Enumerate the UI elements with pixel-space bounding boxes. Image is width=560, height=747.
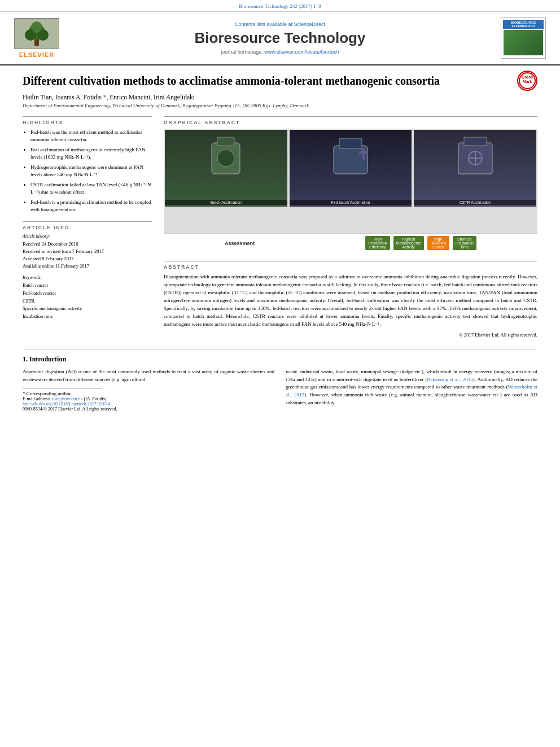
article-accepted: Accepted 8 February 2017 [23, 255, 152, 263]
intro-text-left: Anaerobic digestion (AD) is one of the m… [23, 368, 274, 384]
svg-rect-1 [34, 39, 39, 46]
badge-high-tan: HighTAN/FANLevels [427, 236, 449, 250]
sciencedirect-link-text[interactable]: ScienceDirect [294, 21, 326, 27]
elsevier-tree-image [14, 18, 59, 49]
highlights-graphical-row: HIGHLIGHTS Fed-batch was the most effici… [23, 116, 537, 338]
svg-text:Cross: Cross [522, 75, 533, 79]
keywords-section: Keywords: Batch reactor Fed-batch reacto… [23, 275, 152, 320]
ga-photo-cstr: CSTR Acclimation [414, 130, 536, 207]
graphical-abstract-section: GRAPHICAL ABSTRACT [164, 116, 537, 253]
doi-link[interactable]: http://dx.doi.org/10.1016/j.biortech.201… [23, 401, 274, 407]
highlight-item-3: Hydrogenotrophic methanogens were domina… [30, 164, 152, 178]
elsevier-logo: ELSEVIER [11, 18, 62, 58]
graphical-abstract-title: GRAPHICAL ABSTRACT [164, 116, 537, 125]
introduction-columns: Anaerobic digestion (AD) is one of the m… [23, 368, 537, 412]
ga-photo-batch: Batch Acclimation [165, 130, 287, 207]
page: Bioresource Technology 232 (2017) 1–9 EL… [0, 0, 560, 747]
article-info-title: ARTICLE INFO [23, 221, 152, 230]
author-1: Hailin Tian, [23, 94, 55, 101]
highlight-item-4: CSTR acclimation failed at low TAN level… [30, 181, 152, 196]
bioresource-box: BIORESOURCETECHNOLOGY [501, 18, 546, 59]
badge-highest-methanogenic: HighestMethanogenicActivity [393, 236, 424, 250]
author-2: Ioannis A. Fotidis *, [55, 94, 110, 101]
ga-photos-row: Batch Acclimation [164, 129, 537, 208]
svg-rect-15 [362, 148, 365, 160]
bioresource-blue-bar: BIORESOURCETECHNOLOGY [503, 20, 544, 29]
journal-homepage-url[interactable]: www.elsevier.com/locate/biortech [264, 49, 339, 55]
highlight-item-5: Fed-batch is a promising acclimation met… [30, 199, 152, 213]
email-label: E-mail address: [23, 396, 52, 401]
journal-center: Contents lists available at ScienceDirec… [62, 21, 498, 55]
assessment-box: Assessment HighProductionEfficiency High… [164, 233, 537, 253]
journal-right-logo: BIORESOURCETECHNOLOGY [498, 18, 549, 59]
article-info-section: ARTICLE INFO Article history: Received 2… [23, 221, 152, 320]
journal-header: ELSEVIER Contents lists available at Sci… [0, 12, 560, 65]
crossmark-badge: Cross Mark [517, 71, 537, 91]
assessment-item-2: HighestMethanogenicActivity [393, 236, 424, 251]
title-block: Different cultivation methods to acclima… [23, 73, 511, 94]
copyright-notice: © 2017 Elsevier Ltd. All rights reserved… [164, 332, 537, 338]
article-history-label: Article history: [23, 234, 152, 239]
svg-point-11 [217, 150, 234, 167]
article-title: Different cultivation methods to acclima… [23, 73, 511, 88]
introduction-heading: 1. Introduction [23, 355, 537, 364]
footnote-divider [23, 388, 102, 388]
title-row: Different cultivation methods to acclima… [23, 73, 537, 94]
article-received: Received 24 December 2016 [23, 241, 152, 248]
citation-westerholm[interactable]: Westerholm et al., 2012 [286, 384, 537, 397]
abstract-section: ABSTRACT Bioaugmentation with ammonia to… [164, 261, 537, 338]
journal-top-bar: Bioresource Technology 232 (2017) 1–9 [0, 0, 560, 12]
ga-photo-fedbatch: Fed-batch Acclimation [290, 130, 412, 207]
keywords-label: Keywords: [23, 275, 152, 280]
assessment-item-3: HighTAN/FANLevels [427, 236, 449, 251]
section-divider [23, 349, 537, 350]
footnote-block: * Corresponding author. E-mail address: … [23, 391, 274, 401]
journal-top-bar-text: Bioresource Technology 232 (2017) 1–9 [239, 3, 321, 9]
svg-text:Mark: Mark [523, 80, 532, 84]
intro-col-right: waste, industrial waste, food waste, mun… [286, 368, 537, 412]
highlight-item-2: Fast acclimation of methanogens at extre… [30, 146, 152, 161]
highlights-section: HIGHLIGHTS Fed-batch was the most effici… [23, 116, 152, 213]
keyword-5: Incubation time [23, 313, 152, 321]
assessment-title: Assessment [225, 241, 255, 246]
author-3: Enrico Mancini, Irini Angelidaki [110, 94, 195, 101]
assessment-items: HighProductionEfficiency HighestMethanog… [365, 236, 476, 251]
citation-bekkering[interactable]: Bekkering et al., 2015 [427, 377, 473, 382]
graphical-abstract-image: Batch Acclimation [164, 129, 537, 253]
issn-text: 0960-8524/© 2017 Elsevier Ltd. All right… [23, 407, 274, 412]
keyword-3: CSTR [23, 298, 152, 305]
elsevier-name: ELSEVIER [19, 51, 54, 58]
svg-rect-17 [464, 137, 487, 146]
assessment-item-4: ShortestIncubationTime [453, 236, 476, 251]
article-content: Different cultivation methods to acclima… [0, 65, 560, 343]
journal-title: Bioresource Technology [62, 29, 498, 47]
keyword-1: Batch reactor [23, 282, 152, 290]
corresponding-email[interactable]: ioan@env.dtu.dk [52, 396, 82, 401]
abstract-title: ABSTRACT [164, 261, 537, 270]
journal-cover-image [504, 30, 543, 55]
introduction-section: 1. Introduction Anaerobic digestion (AD)… [0, 355, 560, 412]
keyword-4: Specific methanogenic activity [23, 305, 152, 313]
highlight-item-1: Fed-batch was the most efficient method … [30, 129, 152, 143]
journal-homepage: journal homepage: www.elsevier.com/locat… [62, 49, 498, 55]
left-column: HIGHLIGHTS Fed-batch was the most effici… [23, 116, 152, 338]
svg-point-5 [31, 21, 42, 33]
article-revised: Received in revised form 7 February 2017 [23, 248, 152, 255]
sciencedirect-line: Contents lists available at ScienceDirec… [62, 21, 498, 27]
highlights-title: HIGHLIGHTS [23, 116, 152, 125]
ga-label-fedbatch: Fed-batch Acclimation [290, 200, 412, 205]
ga-label-batch: Batch Acclimation [165, 200, 287, 205]
svg-rect-10 [217, 137, 234, 146]
email-owner: (IA. Fotidis). [84, 396, 107, 401]
intro-text-right: waste, industrial waste, food waste, mun… [286, 368, 537, 408]
ga-label-cstr: CSTR Acclimation [414, 200, 536, 205]
keyword-2: Fed-batch reactor [23, 290, 152, 298]
authors-line: Hailin Tian, Ioannis A. Fotidis *, Enric… [23, 94, 537, 101]
highlights-list: Fed-batch was the most efficient method … [23, 129, 152, 213]
corresponding-author-note: * Corresponding author. [23, 391, 72, 396]
assessment-item-1: HighProductionEfficiency [365, 236, 390, 251]
article-available: Available online 11 February 2017 [23, 263, 152, 270]
badge-shortest-incubation: ShortestIncubationTime [453, 236, 476, 250]
crossmark-icon: Cross Mark [517, 71, 537, 91]
abstract-text: Bioaugmentation with ammonia tolerant-me… [164, 273, 537, 329]
